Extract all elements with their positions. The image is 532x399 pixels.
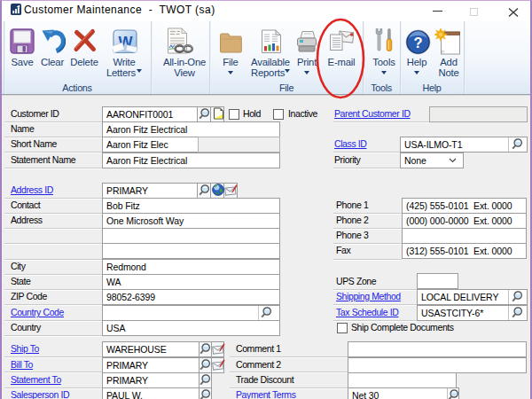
svg-text:?: ?	[413, 35, 422, 51]
